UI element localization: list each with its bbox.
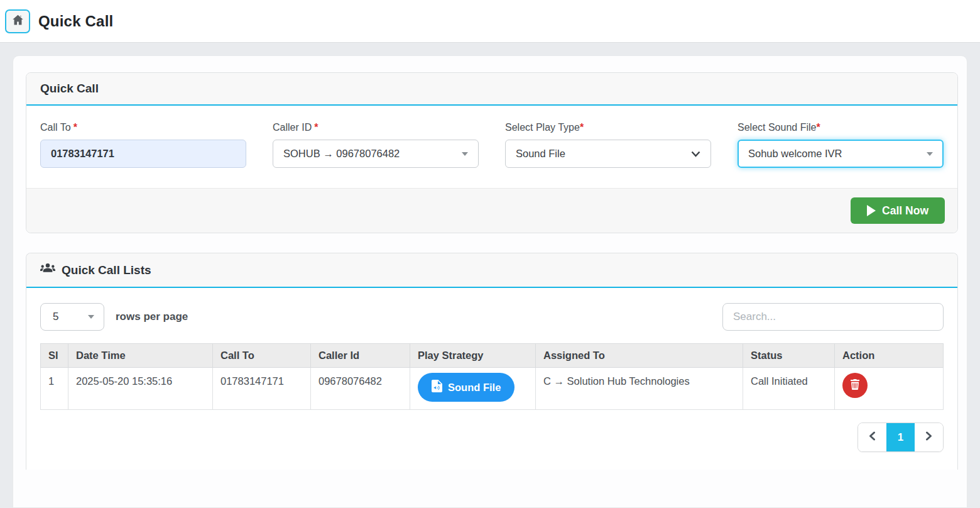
caller-id-select[interactable]: SOHUB → 09678076482 (273, 140, 479, 168)
quick-call-card-header: Quick Call (26, 73, 957, 106)
col-header-call-to: Call To (213, 344, 311, 368)
caller-id-required-star: * (314, 122, 318, 133)
chevron-right-icon (925, 431, 933, 444)
page-title: Quick Call (38, 13, 113, 30)
caller-id-field-group: Caller ID* SOHUB → 09678076482 (273, 122, 479, 168)
pagination-next-button[interactable] (915, 423, 943, 451)
pagination-page-1-button[interactable]: 1 (886, 423, 915, 451)
quick-call-card-title: Quick Call (40, 82, 99, 96)
pagination-group: 1 (858, 422, 944, 452)
delete-button[interactable] (842, 373, 868, 398)
rows-per-page-value: 5 (53, 311, 58, 323)
page-background: Quick Call Call To* Caller ID* SOHUB → 0… (0, 43, 980, 508)
sound-file-badge-button[interactable]: Sound File (418, 373, 514, 402)
caller-id-label: Caller ID (273, 122, 312, 133)
sound-file-select[interactable]: Sohub welcome IVR (738, 140, 944, 168)
col-header-date-time: Date Time (68, 344, 213, 368)
home-icon (11, 13, 24, 29)
chevron-down-icon (691, 148, 700, 160)
cell-assigned-to: C → Solution Hub Technologies (536, 368, 743, 410)
caret-down-icon (927, 152, 933, 156)
quick-call-lists-card: Quick Call Lists 5 rows per page (26, 253, 958, 470)
search-input[interactable] (722, 303, 944, 331)
quick-call-form: Call To* Caller ID* SOHUB → 09678076482 (26, 106, 957, 188)
cell-date-time: 2025-05-20 15:35:16 (68, 368, 213, 410)
sound-file-field-group: Select Sound File* Sohub welcome IVR (738, 122, 944, 168)
quick-call-lists-header: Quick Call Lists (26, 253, 957, 288)
quick-call-lists-title: Quick Call Lists (62, 263, 151, 277)
table-toolbar: 5 rows per page (40, 303, 944, 331)
content-panel: Quick Call Call To* Caller ID* SOHUB → 0… (13, 55, 967, 508)
play-type-field-group: Select Play Type* Sound File (505, 122, 711, 168)
caret-down-icon (88, 315, 94, 319)
file-audio-icon (432, 380, 442, 395)
cell-status: Call Initiated (743, 368, 835, 410)
call-now-label: Call Now (882, 204, 928, 218)
col-header-caller-id: Caller Id (311, 344, 410, 368)
col-header-play-strategy: Play Strategy (410, 344, 536, 368)
quick-call-lists-body: 5 rows per page Sl Date Time (26, 288, 957, 470)
cell-caller-id: 09678076482 (311, 368, 410, 410)
quick-call-table: Sl Date Time Call To Caller Id Play Stra… (40, 343, 944, 410)
caret-down-icon (462, 152, 468, 156)
play-type-label: Select Play Type (505, 122, 580, 133)
call-to-required-star: * (74, 122, 77, 133)
table-header-row: Sl Date Time Call To Caller Id Play Stra… (41, 344, 944, 368)
cell-sl: 1 (41, 368, 68, 410)
col-header-action: Action (835, 344, 944, 368)
table-row: 1 2025-05-20 15:35:16 01783147171 096780… (41, 368, 944, 410)
users-icon (40, 262, 55, 278)
cell-action (835, 368, 944, 410)
sound-file-badge-label: Sound File (448, 382, 501, 394)
call-to-label: Call To (40, 122, 71, 133)
play-type-selected-value: Sound File (516, 148, 565, 160)
rows-per-page-label: rows per page (116, 311, 188, 323)
sound-file-required-star: * (816, 122, 820, 133)
play-type-required-star: * (580, 122, 584, 133)
rows-per-page-select[interactable]: 5 (40, 303, 104, 331)
trash-icon (850, 379, 860, 392)
play-type-select[interactable]: Sound File (505, 140, 711, 168)
top-bar: Quick Call (0, 0, 980, 43)
col-header-sl: Sl (41, 344, 68, 368)
home-button[interactable] (5, 9, 30, 33)
pagination: 1 (40, 422, 944, 452)
sound-file-selected-value: Sohub welcome IVR (748, 148, 842, 160)
pagination-prev-button[interactable] (858, 423, 886, 451)
cell-call-to: 01783147171 (213, 368, 311, 410)
call-to-input[interactable] (40, 140, 246, 168)
chevron-left-icon (868, 431, 876, 444)
call-now-button[interactable]: Call Now (851, 197, 945, 224)
quick-call-card-footer: Call Now (26, 188, 957, 233)
col-header-status: Status (743, 344, 835, 368)
cell-play-strategy: Sound File (410, 368, 536, 410)
col-header-assigned-to: Assigned To (536, 344, 743, 368)
sound-file-label: Select Sound File (738, 122, 816, 133)
call-to-field-group: Call To* (40, 122, 246, 168)
caller-id-selected-value: SOHUB → 09678076482 (283, 148, 400, 160)
play-icon (867, 205, 876, 216)
quick-call-card: Quick Call Call To* Caller ID* SOHUB → 0… (26, 72, 958, 233)
